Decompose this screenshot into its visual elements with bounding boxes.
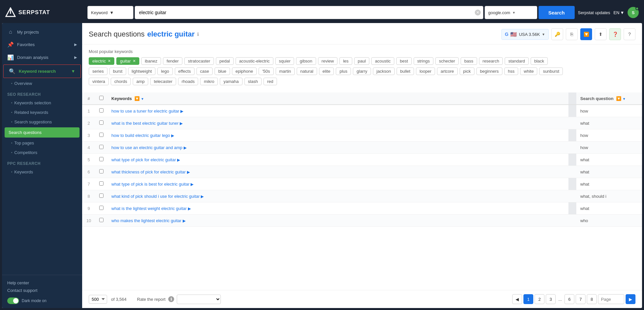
- tag-amp[interactable]: amp: [133, 78, 148, 85]
- sidebar-item-search-questions[interactable]: Search questions: [5, 127, 80, 138]
- tag-remove-icon[interactable]: ✕: [133, 59, 136, 63]
- tag-bass[interactable]: bass: [461, 57, 477, 65]
- tag-glarry[interactable]: glarry: [353, 67, 371, 75]
- tag-slash[interactable]: slash: [244, 78, 262, 85]
- language-selector[interactable]: EN ▼: [613, 10, 624, 15]
- rate-dropdown[interactable]: ⭐⭐⭐⭐⭐: [177, 295, 221, 304]
- user-avatar[interactable]: S: [628, 7, 639, 18]
- keyword-type-dropdown[interactable]: Keyword ▼: [87, 6, 133, 19]
- tag-lego[interactable]: lego: [157, 67, 173, 75]
- tag-paul[interactable]: paul: [354, 57, 370, 65]
- tag-artcore[interactable]: artcore: [437, 67, 457, 75]
- tag-plus[interactable]: plus: [336, 67, 351, 75]
- sidebar-item-top-pages[interactable]: • Top pages: [2, 138, 82, 148]
- tag-yamaha[interactable]: yamaha: [220, 78, 242, 85]
- tag-guitar[interactable]: guitar ✕: [116, 57, 139, 65]
- page-1-button[interactable]: 1: [523, 294, 533, 304]
- tag-electric[interactable]: electric ✕: [89, 57, 114, 65]
- tag-natural[interactable]: natural: [297, 67, 317, 75]
- country-selector[interactable]: G 🇺🇸 USA 3.56K ▼: [501, 29, 549, 40]
- sidebar-item-keywords-selection[interactable]: • Keywords selection: [2, 98, 82, 108]
- sidebar-item-help-center[interactable]: Help center: [7, 279, 77, 287]
- tag-pedal[interactable]: pedal: [216, 57, 234, 65]
- row-checkbox[interactable]: [99, 133, 104, 137]
- tag-series[interactable]: series: [89, 67, 107, 75]
- tag-pick[interactable]: pick: [460, 67, 474, 75]
- tag-bullet[interactable]: bullet: [397, 67, 414, 75]
- tag-lightweight[interactable]: lightweight: [128, 67, 155, 75]
- keyword-link[interactable]: how to build electric guitar lego: [111, 133, 170, 138]
- dark-mode-toggle[interactable]: Dark mode on: [7, 297, 77, 304]
- sidebar-item-ppc-keywords[interactable]: • Keywords: [2, 167, 82, 177]
- tag-fender[interactable]: fender: [163, 57, 182, 65]
- tag-hss[interactable]: hss: [504, 67, 518, 75]
- question-badge-button[interactable]: ❓: [609, 28, 621, 40]
- search-button[interactable]: Search: [539, 6, 575, 19]
- tag-red[interactable]: red: [264, 78, 277, 85]
- keyword-link[interactable]: what is the lightest weight electric gui…: [111, 206, 187, 211]
- expand-arrow[interactable]: ▶: [180, 109, 183, 114]
- tag-chords[interactable]: chords: [111, 78, 131, 85]
- filter-icon[interactable]: 🔽: [616, 96, 621, 101]
- row-checkbox[interactable]: [99, 194, 104, 198]
- tag-epiphone[interactable]: epiphone: [232, 67, 257, 75]
- expand-arrow[interactable]: ▶: [171, 133, 174, 138]
- row-checkbox-cell[interactable]: [95, 202, 107, 215]
- tag-acoustic[interactable]: acoustic: [371, 57, 394, 65]
- tag-remove-icon[interactable]: ✕: [108, 59, 111, 63]
- tag-50s[interactable]: '50s: [259, 67, 273, 75]
- page-input[interactable]: [598, 294, 624, 304]
- expand-arrow[interactable]: ▶: [184, 145, 187, 150]
- sidebar-item-search-suggestions[interactable]: • Search suggestions: [2, 117, 82, 127]
- tag-white[interactable]: white: [520, 67, 537, 75]
- row-checkbox-cell[interactable]: [95, 142, 107, 154]
- clear-search-button[interactable]: ✕: [475, 10, 481, 15]
- tag-rhoads[interactable]: rhoads: [178, 78, 198, 85]
- sidebar-item-domain-analysis[interactable]: 📊 Domain analysis ▶: [2, 51, 82, 64]
- page-6-button[interactable]: 6: [564, 294, 574, 304]
- expand-arrow[interactable]: ▶: [188, 206, 191, 211]
- row-checkbox[interactable]: [99, 181, 104, 186]
- updates-link[interactable]: Serpstat updates: [578, 10, 610, 15]
- row-checkbox-cell[interactable]: [95, 166, 107, 178]
- select-all-checkbox[interactable]: [99, 96, 104, 100]
- expand-arrow[interactable]: ▶: [180, 121, 183, 126]
- keyword-link[interactable]: what thickness of pick for electric guit…: [111, 169, 186, 174]
- expand-arrow[interactable]: ▶: [187, 170, 190, 174]
- tag-vintera[interactable]: vintera: [89, 78, 109, 85]
- tag-gibson[interactable]: gibson: [296, 57, 316, 65]
- row-checkbox[interactable]: [99, 169, 104, 173]
- keyword-link[interactable]: how to use an electric guitar and amp: [111, 145, 182, 150]
- page-2-button[interactable]: 2: [535, 294, 544, 304]
- tag-review[interactable]: review: [318, 57, 338, 65]
- col-keywords-header[interactable]: Keywords 🔽 ▼: [107, 92, 568, 105]
- tag-stratocaster[interactable]: stratocaster: [184, 57, 214, 65]
- key-icon-button[interactable]: 🔑: [551, 28, 563, 40]
- chevron-down-icon[interactable]: ▼: [141, 97, 144, 101]
- row-checkbox-cell[interactable]: [95, 190, 107, 202]
- rate-info-icon[interactable]: ℹ: [168, 296, 174, 302]
- tag-elite[interactable]: elite: [319, 67, 334, 75]
- per-page-select[interactable]: 500 100 250: [89, 295, 107, 304]
- tag-acoustic-electric[interactable]: acoustic-electric: [236, 57, 273, 65]
- tag-les[interactable]: les: [339, 57, 352, 65]
- tag-martin[interactable]: martin: [276, 67, 295, 75]
- expand-arrow[interactable]: ▶: [191, 182, 194, 187]
- row-checkbox[interactable]: [99, 218, 104, 222]
- row-checkbox[interactable]: [99, 206, 104, 210]
- tag-case[interactable]: case: [196, 67, 213, 75]
- toggle-switch[interactable]: [7, 297, 19, 304]
- copy-button[interactable]: ⎘: [566, 28, 578, 40]
- tag-squier[interactable]: squier: [275, 57, 294, 65]
- logo[interactable]: SERPSTAT: [5, 7, 84, 18]
- row-checkbox[interactable]: [99, 108, 104, 113]
- keyword-link[interactable]: what kind of pick should i use for elect…: [111, 194, 200, 199]
- sidebar-item-favorites[interactable]: 📌 Favorites ▶: [2, 38, 82, 51]
- row-checkbox[interactable]: [99, 120, 104, 125]
- tag-blue[interactable]: blue: [215, 67, 230, 75]
- keyword-link[interactable]: who makes the lightest electric guitar: [111, 218, 181, 223]
- sidebar-item-overview[interactable]: • Overview: [2, 79, 82, 88]
- info-icon[interactable]: ℹ: [197, 32, 199, 37]
- sidebar-item-keyword-research[interactable]: 🔍 Keyword research ▼: [3, 65, 81, 78]
- sidebar-item-related-keywords[interactable]: • Related keywords: [2, 108, 82, 117]
